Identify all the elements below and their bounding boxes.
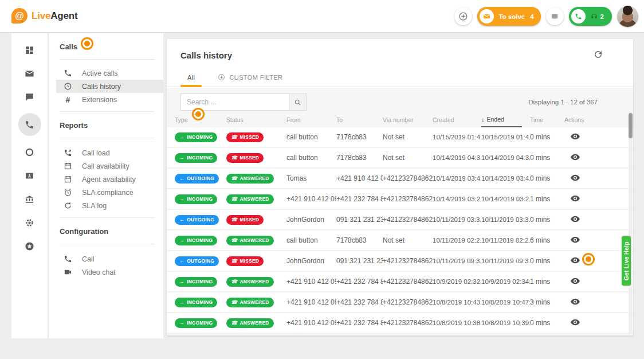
rail-item-addons[interactable]	[18, 239, 41, 253]
liveagent-logo[interactable]: @ LiveAgent	[11, 8, 77, 24]
scrollbar-thumb[interactable]	[629, 113, 633, 138]
sidebar-item-agent-availability[interactable]: Agent availability	[49, 173, 163, 186]
type-badge: →INCOMING	[175, 318, 217, 328]
sidebar-item-sla-log[interactable]: SLA log	[49, 199, 163, 212]
column-header-via-number[interactable]: Via number	[383, 112, 433, 127]
time-cell: 1 mins	[530, 195, 564, 203]
from-cell: +421 910 412 090	[286, 319, 336, 327]
from-cell: Tomas	[286, 174, 336, 182]
view-call-button[interactable]	[570, 173, 580, 183]
ended-cell: 10/14/2019 03:2...	[481, 196, 530, 202]
tab-custom-filter[interactable]: CUSTOM FILTER	[211, 68, 289, 87]
column-header-time[interactable]: Time	[530, 112, 564, 127]
phone-icon	[25, 120, 34, 130]
view-call-button[interactable]	[570, 235, 580, 245]
calls-online-button[interactable]: 2	[569, 7, 612, 26]
rail-item-chats[interactable]	[18, 89, 41, 104]
column-header-status[interactable]: Status	[226, 112, 286, 127]
direction-arrow-icon: ←	[179, 259, 184, 264]
via-number-cell: +421232784862	[383, 298, 433, 306]
sidebar-item-sla-compliance[interactable]: SLA compliance	[49, 186, 163, 199]
ended-cell: 10/9/2019 02:34:...	[481, 278, 530, 285]
view-call-button[interactable]	[570, 296, 580, 307]
column-header-ended[interactable]: ↓Ended	[481, 112, 522, 127]
from-cell: +421 910 412 090	[286, 298, 336, 306]
rail-item-settings[interactable]	[18, 215, 41, 230]
from-cell: +421 910 412 090	[286, 278, 336, 286]
plus-circle-icon	[458, 11, 468, 21]
eye-icon	[570, 276, 580, 286]
view-call-button[interactable]	[570, 193, 580, 204]
pagination-info: Displaying 1 - 12 of 367	[528, 99, 598, 106]
direction-arrow-icon: →	[179, 238, 184, 243]
chats-button[interactable]	[546, 7, 564, 25]
table-row: →INCOMING ☎ANSWERED call button 7178cb83…	[167, 231, 633, 251]
column-header-created[interactable]: Created	[433, 112, 481, 127]
direction-arrow-icon: →	[179, 135, 184, 140]
direction-arrow-icon: →	[179, 279, 184, 284]
column-header-from[interactable]: From	[286, 112, 336, 127]
divider	[60, 111, 155, 112]
view-call-button[interactable]	[570, 131, 580, 142]
sidebar-item-calls-history[interactable]: Calls history	[56, 80, 163, 93]
add-new-button[interactable]	[454, 7, 472, 25]
table-body: →INCOMING ☎MISSED call button 7178cb83 N…	[167, 127, 633, 334]
rail-item-calls[interactable]	[18, 113, 41, 136]
ended-cell: 10/14/2019 04:3...	[481, 154, 530, 161]
search-button[interactable]	[289, 93, 307, 111]
logo-bubble-icon: @	[11, 8, 28, 24]
sidebar-item-video-chat[interactable]: Video chat	[49, 266, 163, 279]
rail-item-company[interactable]	[18, 192, 41, 206]
to-cell: 7178cb83	[336, 236, 383, 244]
from-cell: JohnGordon	[286, 216, 336, 224]
rail-item-contacts[interactable]	[18, 168, 41, 183]
view-call-button[interactable]	[570, 317, 580, 327]
sidebar-item-extensions[interactable]: #Extensions	[49, 93, 163, 106]
view-call-button[interactable]	[570, 276, 580, 286]
time-cell: 6 mins	[530, 236, 564, 244]
calendar-icon	[64, 175, 72, 184]
rail-item-social[interactable]	[18, 145, 41, 159]
tab-all[interactable]: All	[180, 68, 202, 87]
history-clock-icon	[64, 82, 72, 91]
sidebar-item-call-config[interactable]: Call	[49, 252, 163, 266]
sidebar-item-call-load[interactable]: Call load	[49, 146, 163, 159]
calendar-icon	[64, 162, 72, 170]
search-input[interactable]	[180, 93, 289, 111]
phone-out-icon	[64, 149, 72, 157]
get-live-help-tab[interactable]: Get Live Help	[622, 236, 631, 286]
icon-rail	[11, 33, 48, 338]
to-cell: 091 321 231 231	[336, 257, 383, 265]
phone-icon	[64, 69, 72, 77]
contact-card-icon	[25, 171, 34, 181]
from-cell: JohnGordon	[286, 257, 336, 265]
status-badge: ☎MISSED	[226, 153, 264, 163]
via-number-cell: Not set	[383, 133, 433, 141]
refresh-button[interactable]	[593, 49, 603, 60]
table-row: →INCOMING ☎ANSWERED +421 910 412 090 +42…	[167, 313, 633, 334]
to-solve-button[interactable]: To solve 4	[477, 7, 540, 26]
view-call-button[interactable]	[570, 152, 580, 162]
to-cell: +421 232 784 862	[336, 319, 383, 327]
created-cell: 10/14/2019 04:3...	[433, 154, 481, 161]
status-badge: ☎ANSWERED	[226, 236, 274, 245]
bank-icon	[25, 194, 34, 204]
view-call-button[interactable]	[570, 214, 580, 224]
created-cell: 10/8/2019 10:38:...	[433, 319, 481, 326]
phone-icon: ☎	[231, 135, 237, 140]
user-avatar[interactable]	[617, 6, 638, 27]
ended-cell: 10/11/2019 02:2...	[481, 237, 530, 244]
via-number-cell: +421232784862	[383, 216, 433, 224]
created-cell: 10/8/2019 10:43:...	[433, 299, 481, 306]
column-header-to[interactable]: To	[336, 112, 383, 127]
phone-icon: ☎	[231, 197, 237, 202]
view-call-button[interactable]	[570, 255, 580, 266]
rail-item-tickets[interactable]	[18, 66, 41, 81]
sidebar-item-active-calls[interactable]: Active calls	[49, 67, 163, 80]
to-cell: +421 232 784 862	[336, 195, 383, 203]
sidebar-item-call-availability[interactable]: Call availability	[49, 159, 163, 173]
rail-item-dashboard[interactable]	[18, 42, 41, 57]
table-row: ←OUTGOING ☎MISSED JohnGordon 091 321 231…	[167, 251, 633, 272]
ended-cell: 10/11/2019 09:3...	[481, 257, 530, 264]
eye-icon	[570, 152, 580, 162]
